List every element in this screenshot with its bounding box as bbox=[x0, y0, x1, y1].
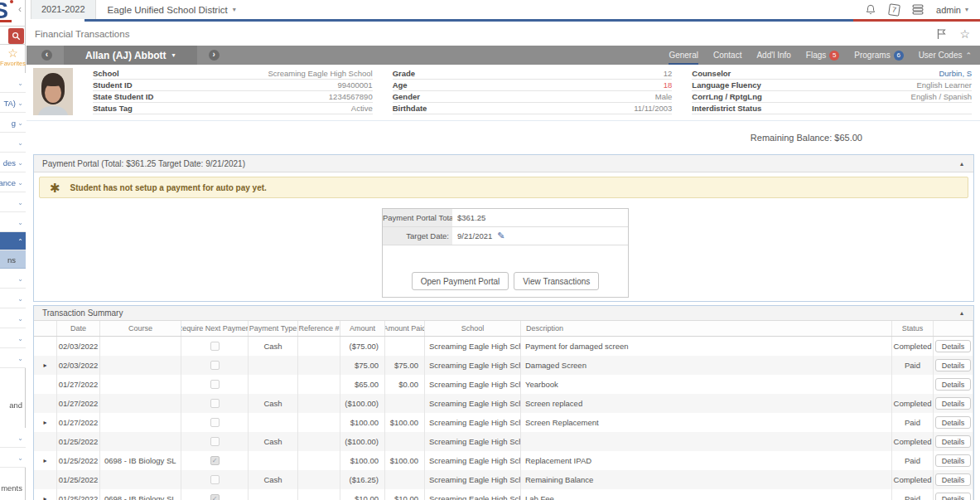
sidebar-item[interactable]: ⌄ bbox=[0, 328, 26, 348]
sidebar-item[interactable]: des⌄ bbox=[0, 153, 26, 172]
require-next-payment-checkbox[interactable] bbox=[210, 475, 220, 484]
sidebar-item[interactable]: g⌄ bbox=[0, 113, 26, 133]
sidebar-item[interactable]: and bbox=[0, 395, 26, 415]
details-button[interactable]: Details bbox=[935, 493, 972, 500]
previous-student-button[interactable]: ‹ bbox=[41, 50, 52, 61]
sidebar-item[interactable]: ⌄ bbox=[0, 133, 26, 153]
cell-description: Lab Fee bbox=[521, 489, 892, 500]
sidebar-item[interactable]: ⌄ bbox=[0, 308, 26, 328]
tab-label: Add'l Info bbox=[756, 51, 790, 60]
tab-flags[interactable]: Flags5 bbox=[806, 46, 839, 65]
sidebar-subitem-active[interactable]: ns bbox=[0, 250, 26, 269]
transaction-summary-header[interactable]: Transaction Summary ▴ bbox=[34, 306, 973, 321]
school-year-tab[interactable]: 2021-2022 bbox=[31, 0, 96, 19]
tab-programs[interactable]: Programs6 bbox=[854, 46, 903, 65]
info-value: 12 bbox=[664, 69, 673, 78]
next-student-button[interactable]: › bbox=[209, 50, 220, 61]
sidebar-collapse-icon[interactable]: ‹ bbox=[18, 4, 22, 14]
cell-description: Damaged Screen bbox=[521, 356, 892, 375]
cell-school: Screaming Eagle High School bbox=[425, 451, 521, 470]
open-payment-portal-button[interactable]: Open Payment Portal bbox=[412, 272, 509, 290]
sidebar-item[interactable]: ⌄ bbox=[0, 73, 26, 93]
details-button[interactable]: Details bbox=[935, 454, 972, 467]
cell-require-next-payment: ✓ bbox=[181, 451, 249, 470]
details-button[interactable]: Details bbox=[935, 340, 972, 352]
info-row: Birthdate11/11/2003 bbox=[393, 103, 673, 114]
search-button[interactable] bbox=[8, 28, 24, 44]
require-next-payment-checkbox[interactable] bbox=[210, 361, 220, 370]
expand-row-icon[interactable]: ▸ bbox=[43, 362, 46, 369]
expand-row-icon[interactable]: ▸ bbox=[43, 419, 46, 426]
chevron-down-icon: ▾ bbox=[965, 6, 968, 13]
admin-menu[interactable]: admin ▾ bbox=[936, 5, 968, 15]
sidebar-item[interactable]: ⌄ bbox=[0, 448, 26, 468]
info-row: Student ID99400001 bbox=[93, 80, 373, 91]
info-value: Screaming Eagle High School bbox=[268, 69, 372, 78]
tab-contact[interactable]: Contact bbox=[713, 46, 741, 65]
tab-user-codes[interactable]: User Codes⌃ bbox=[919, 46, 972, 65]
cell-status: Completed bbox=[892, 337, 934, 356]
sidebar-item[interactable]: TA)⌄ bbox=[0, 93, 26, 113]
require-next-payment-checkbox[interactable]: ✓ bbox=[210, 456, 220, 465]
district-selector[interactable]: Eagle Unified School District ▾ bbox=[108, 5, 236, 15]
cell-amount-paid: $75.00 bbox=[385, 356, 425, 375]
require-next-payment-checkbox[interactable]: ✓ bbox=[210, 494, 220, 500]
details-button[interactable]: Details bbox=[935, 378, 972, 391]
student-info-column-1: SchoolScreaming Eagle High SchoolStudent… bbox=[93, 68, 373, 115]
cell-course bbox=[100, 375, 181, 394]
sidebar-item[interactable]: ⌄ bbox=[0, 269, 26, 289]
expand-row-icon[interactable]: ▸ bbox=[43, 495, 46, 500]
collapse-triangle-icon[interactable]: ▴ bbox=[960, 309, 963, 317]
details-button[interactable]: Details bbox=[935, 416, 972, 429]
info-value[interactable]: Durbin, S bbox=[939, 69, 972, 78]
require-next-payment-checkbox[interactable] bbox=[210, 399, 220, 408]
star-icon[interactable]: ☆ bbox=[959, 28, 970, 40]
details-button[interactable]: Details bbox=[935, 473, 972, 486]
expand-row-icon[interactable]: ▸ bbox=[43, 457, 46, 464]
info-value: 1234567890 bbox=[329, 92, 373, 101]
info-label: State Student ID bbox=[93, 92, 153, 101]
sidebar-item[interactable]: ments bbox=[0, 478, 26, 498]
notes-icon[interactable]: 7 bbox=[888, 3, 900, 17]
require-next-payment-checkbox[interactable] bbox=[210, 380, 220, 389]
cell-date: 02/03/2022 bbox=[57, 356, 100, 375]
database-icon[interactable] bbox=[912, 4, 924, 15]
require-next-payment-checkbox[interactable] bbox=[210, 342, 220, 351]
info-row: CorrLng / RptgLngEnglish / Spanish bbox=[692, 91, 972, 103]
edit-pencil-icon[interactable]: ✎ bbox=[497, 231, 504, 240]
payment-portal-section-header[interactable]: Payment Portal (Total: $361.25 Target Da… bbox=[34, 155, 973, 172]
require-next-payment-checkbox[interactable] bbox=[210, 418, 220, 427]
column-header-course: Course bbox=[100, 321, 181, 336]
student-name-dropdown[interactable]: Allan (AJ) Abbott ▾ bbox=[64, 46, 197, 65]
collapse-triangle-icon[interactable]: ▴ bbox=[960, 160, 963, 167]
info-value: English Learner bbox=[916, 80, 972, 90]
info-label: Age bbox=[393, 80, 408, 90]
sidebar-item[interactable]: ⌄ bbox=[0, 192, 26, 212]
tab-general[interactable]: General bbox=[669, 46, 698, 65]
details-button[interactable]: Details bbox=[935, 359, 972, 371]
tab-add-l-info[interactable]: Add'l Info bbox=[756, 46, 790, 65]
tab-label: Programs bbox=[854, 51, 890, 60]
sidebar-item-active[interactable]: ⌃ bbox=[0, 232, 26, 250]
favorites-button[interactable]: ☆ Favorites bbox=[0, 47, 26, 67]
expand-cell: ▸ bbox=[34, 356, 57, 375]
table-row: 01/27/2022Cash($100.00)Screaming Eagle H… bbox=[34, 394, 973, 413]
details-button[interactable]: Details bbox=[935, 397, 972, 410]
cell-reference bbox=[298, 356, 340, 375]
view-transactions-button[interactable]: View Transactions bbox=[514, 272, 599, 290]
cell-details: Details bbox=[934, 451, 973, 470]
details-button[interactable]: Details bbox=[935, 435, 972, 448]
admin-label: admin bbox=[936, 5, 961, 15]
cell-details: Details bbox=[934, 337, 973, 356]
bell-icon[interactable] bbox=[865, 3, 876, 16]
sidebar-item[interactable]: ance⌄ bbox=[0, 172, 26, 192]
remaining-balance: Remaining Balance: $65.00 bbox=[27, 121, 980, 154]
flag-icon[interactable] bbox=[936, 28, 947, 40]
require-next-payment-checkbox[interactable] bbox=[210, 437, 220, 446]
cell-date: 01/25/2022 bbox=[57, 489, 100, 500]
sidebar-item[interactable]: ⌄ bbox=[0, 348, 26, 368]
sidebar-item[interactable]: ⌄ bbox=[0, 289, 26, 308]
cell-course bbox=[100, 413, 181, 432]
sidebar-item[interactable]: ⌄ bbox=[0, 428, 26, 448]
sidebar-item[interactable]: ⌄ bbox=[0, 212, 26, 232]
